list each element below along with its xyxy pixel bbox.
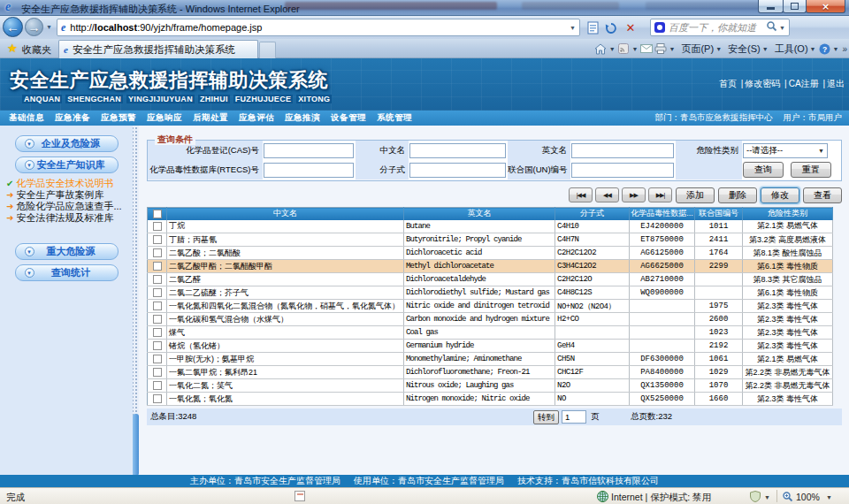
back-button[interactable]: ← (3, 17, 23, 37)
un-number-input[interactable] (571, 163, 674, 178)
row-checkbox[interactable] (153, 355, 162, 363)
table-row[interactable]: 二氯乙酸；二氯醋酸Dichloroacetic acidC2H2C12O2AG6… (148, 247, 833, 260)
menu-item[interactable]: 基础信息 (9, 112, 44, 124)
help-dropdown-icon[interactable]: ▼ (833, 46, 839, 52)
row-checkbox[interactable] (153, 222, 162, 231)
menu-item[interactable]: 后期处置 (193, 112, 228, 124)
table-row[interactable]: 一氧化碳和氢气混合物（水煤气）Carbon monoxide and hydro… (148, 313, 833, 326)
page-menu[interactable]: 页面(P) (681, 42, 714, 56)
header-link[interactable]: 首页 (719, 79, 737, 88)
zoom-dropdown-icon[interactable]: ▼ (826, 494, 832, 500)
header-link[interactable]: CA注册 (789, 79, 819, 88)
sidebar-button[interactable]: ▼查询统计 (15, 264, 119, 281)
address-dropdown-icon[interactable]: ▼ (570, 25, 576, 31)
maximize-button[interactable] (783, 0, 807, 13)
menu-item[interactable]: 应急响应 (147, 112, 182, 124)
column-header[interactable]: 分子式 (555, 208, 630, 220)
menu-item[interactable]: 应急准备 (55, 112, 90, 124)
search-magnifier-icon[interactable] (766, 20, 777, 34)
table-row[interactable]: 丁腈；丙基氰Butyronitrile; Propyl cyanideC4H7N… (148, 233, 833, 247)
danger-class-select[interactable]: --请选择--▼ (743, 143, 828, 158)
forward-button[interactable]: → (25, 18, 43, 36)
column-header[interactable]: 危险性类别 (743, 208, 833, 220)
address-bar[interactable]: e http://localhost:90/yjzh/frame/homepag… (57, 19, 580, 36)
protected-mode-shield-icon[interactable] (750, 491, 761, 504)
row-checkbox[interactable] (153, 248, 162, 257)
column-header[interactable]: 化学品毒性数据... (630, 208, 695, 220)
splitter-handle[interactable] (133, 414, 139, 476)
tools-menu[interactable]: 工具(O) (775, 42, 808, 56)
browser-tab[interactable]: e 安全生产应急救援指挥辅助决策系统 (58, 40, 258, 58)
column-header[interactable]: 联合国编号 (695, 208, 743, 220)
delete-button[interactable]: 删除 (718, 187, 757, 203)
column-header[interactable]: 中文名 (167, 208, 404, 220)
row-checkbox[interactable] (153, 394, 162, 403)
row-checkbox[interactable] (153, 235, 162, 244)
cas-input[interactable] (264, 143, 354, 158)
goto-page-input[interactable] (562, 410, 586, 424)
close-button[interactable]: × (806, 0, 845, 13)
column-header[interactable]: 英文名 (404, 208, 555, 220)
shield-dropdown-icon[interactable]: ▼ (764, 494, 770, 500)
read-mail-icon[interactable] (640, 42, 654, 56)
page-dropdown-icon[interactable]: ▼ (715, 46, 722, 52)
table-row[interactable]: 二氯乙酸甲酯；二氯醋酸甲酯Methyl dichloroacetateC3H4C… (148, 260, 833, 273)
safety-menu[interactable]: 安全(S) (728, 42, 761, 56)
table-row[interactable]: 丁烷ButaneC4H10EJ42000001011第2.1类 易燃气体 (148, 220, 833, 233)
url-text[interactable]: http://localhost:90/yjzh/frame/homepage.… (70, 22, 262, 33)
goto-page-button[interactable]: 转到 (533, 410, 559, 424)
favorites-label[interactable]: 收藏夹 (22, 43, 51, 57)
row-checkbox[interactable] (153, 275, 162, 284)
menu-item[interactable]: 系统管理 (377, 112, 412, 124)
sidebar-item[interactable]: ➜安全法律法规及标准库 (0, 212, 133, 224)
print-dropdown-icon[interactable]: ▼ (669, 46, 676, 52)
row-checkbox[interactable] (153, 262, 162, 271)
row-checkbox[interactable] (153, 368, 162, 377)
select-all-checkbox[interactable] (153, 210, 162, 218)
search-input[interactable]: 百度一下，你就知道 (669, 21, 756, 34)
favorites-star-icon[interactable]: ★ (7, 42, 18, 55)
tools-dropdown-icon[interactable]: ▼ (810, 46, 816, 52)
refresh-icon[interactable] (602, 19, 620, 36)
sidebar-button[interactable]: ▼重大危险源 (15, 243, 119, 260)
row-checkbox[interactable] (153, 302, 162, 310)
home-icon[interactable] (594, 42, 608, 56)
zoom-level-label[interactable]: 100% (796, 492, 820, 502)
formula-input[interactable] (409, 163, 506, 178)
help-icon[interactable]: ? (818, 42, 831, 56)
table-row[interactable]: 一氧化二氮；笑气Nitrous oxide; Laughing gasN2OQX… (148, 379, 833, 393)
compatibility-view-icon[interactable] (584, 19, 601, 36)
add-button[interactable]: 添加 (676, 187, 715, 203)
table-row[interactable]: 锗烷（氢化锗）Germanium hydrideGeH42192第2.3类 毒性… (148, 340, 833, 353)
stop-icon[interactable]: ✕ (622, 19, 639, 36)
menu-item[interactable]: 应急推演 (285, 112, 320, 124)
splitter[interactable] (133, 126, 139, 475)
search-box[interactable]: 百度一下，你就知道 ▼ (650, 19, 790, 36)
home-dropdown-icon[interactable]: ▼ (609, 46, 616, 52)
row-checkbox[interactable] (153, 341, 162, 350)
last-page-button[interactable]: ▶▶| (648, 187, 672, 202)
view-button[interactable]: 查看 (803, 187, 842, 203)
header-link[interactable]: 退出 (827, 79, 845, 88)
zoom-magnifier-icon[interactable] (782, 491, 793, 504)
row-checkbox[interactable] (153, 381, 162, 390)
search-dropdown-icon[interactable]: ▼ (779, 25, 785, 31)
table-row[interactable]: 一氧化氮和四氧化二氮混合物（氮氧化物，硝基气，氧化氮气体）Nitric oxid… (148, 300, 833, 313)
table-row[interactable]: 二氯二乙硫醚；芥子气Dichlorodiethyl sulfide; Musta… (148, 286, 833, 300)
table-row[interactable]: 一甲胺(无水)；氨基甲烷Monomethylamine; Aminomethan… (148, 353, 833, 366)
reset-button[interactable]: 重置 (791, 162, 831, 178)
row-checkbox[interactable] (153, 328, 162, 337)
table-row[interactable]: 二氯乙醛DichloroacetaldehydeC2H2C12OAB271000… (148, 273, 833, 286)
first-page-button[interactable]: |◀◀ (569, 187, 593, 202)
menu-item[interactable]: 应急评估 (239, 112, 274, 124)
table-row[interactable]: 一氟二氯甲烷；氟利昂21Dichlorofluoromethane; Freon… (148, 366, 833, 379)
header-link[interactable]: 修改密码 (745, 79, 780, 88)
more-commands-icon[interactable]: » (842, 44, 847, 54)
recent-pages-dropdown-icon[interactable]: ▼ (46, 24, 52, 30)
select-dropdown-icon[interactable]: ▼ (818, 148, 824, 154)
search-button[interactable]: 查询 (743, 162, 784, 178)
next-page-button[interactable]: ▶▶ (622, 187, 646, 202)
new-tab-button[interactable] (259, 42, 276, 58)
feeds-icon[interactable] (617, 42, 631, 56)
menu-item[interactable]: 设备管理 (331, 112, 366, 124)
